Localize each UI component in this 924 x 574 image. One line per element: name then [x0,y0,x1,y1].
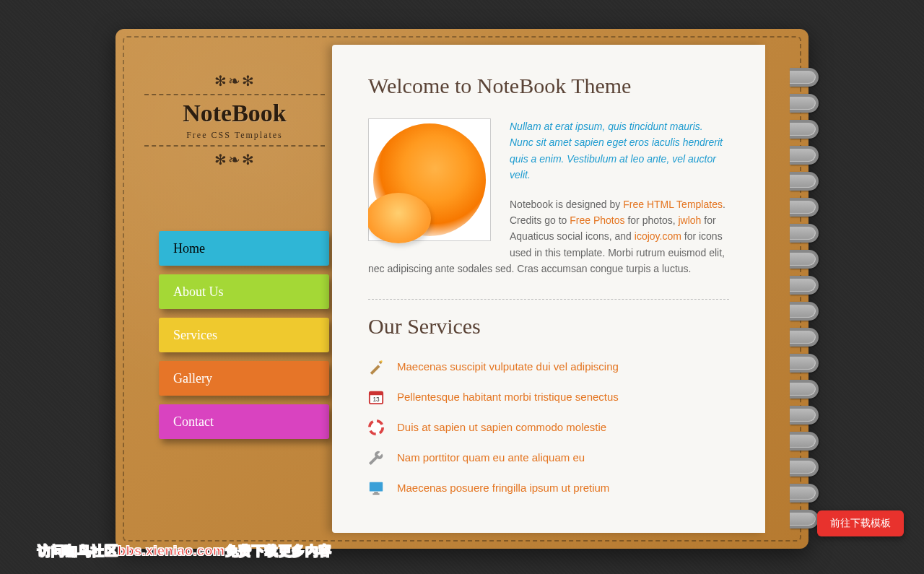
service-text: Nam porttitor quam eu ante aliquam eu [397,451,585,464]
svg-rect-6 [374,492,378,493]
link-free-html[interactable]: Free HTML Templates [623,199,723,210]
ring-icon [790,377,817,396]
ring-icon [790,65,817,84]
ring-icon [790,195,817,214]
ring-icon [790,403,817,422]
site-subtitle: Free CSS Templates [144,130,325,141]
download-button[interactable]: 前往下载模板 [817,510,904,536]
services-heading: Our Services [368,314,729,339]
ring-icon [790,221,817,240]
ring-icon [790,351,817,370]
nav-item-services[interactable]: Services [159,318,329,352]
ornament-bottom: ✻❧✻ [144,151,325,168]
nav-item-gallery[interactable]: Gallery [159,361,329,396]
intro-block: Nullam at erat ipsum, quis tincidunt mau… [368,118,729,277]
nav-menu: Home About Us Services Gallery Contact [159,231,329,448]
svg-point-0 [380,360,383,362]
svg-point-4 [370,420,383,433]
ring-icon [790,429,817,448]
ring-icon [790,325,817,344]
dashline [144,145,325,147]
service-text: Pellentesque habitant morbi tristique se… [397,391,619,403]
ring-icon [790,247,817,266]
service-text: Maecenas posuere fringilla ipsum ut pret… [397,482,609,494]
ring-icon [790,273,817,292]
nav-label: Home [173,241,205,256]
site-title: NoteBook [144,100,325,127]
calendar-icon: 13 [368,389,384,405]
ring-icon [790,455,817,474]
wrench-icon [368,450,384,466]
photo-frame [368,118,491,241]
service-item[interactable]: 13 Pellentesque habitant morbi tristique… [368,389,729,405]
text: Notebook is designed by [510,199,623,210]
service-item[interactable]: Maecenas suscipit vulputate dui vel adip… [368,359,729,375]
spiral-rings [790,65,819,526]
nav-label: Services [173,328,217,342]
logo-area: ✻❧✻ NoteBook Free CSS Templates ✻❧✻ [144,72,325,168]
link-icojoy[interactable]: icojoy.com [635,230,681,242]
link-free-photos[interactable]: Free Photos [570,214,624,226]
ring-icon [790,143,817,162]
nav-label: About Us [173,284,224,299]
nav-label: Contact [173,414,214,429]
service-text: Duis at sapien ut sapien commodo molesti… [397,421,606,433]
orange-image [373,123,486,236]
service-text: Maecenas suscipit vulputate dui vel adip… [397,360,619,373]
ring-icon [790,117,817,136]
notebook-container: ✻❧✻ NoteBook Free CSS Templates ✻❧✻ Home… [116,29,808,549]
divider [368,299,729,300]
service-item[interactable]: Maecenas posuere fringilla ipsum ut pret… [368,480,729,496]
service-item[interactable]: Nam porttitor quam eu ante aliquam eu [368,450,729,466]
monitor-icon [368,480,384,496]
services-list: Maecenas suscipit vulputate dui vel adip… [368,359,729,496]
ring-icon [790,169,817,188]
lifebuoy-icon [368,419,384,435]
ring-icon [790,91,817,110]
ring-icon [790,299,817,318]
page-content: Welcome to NoteBook Theme Nullam at erat… [332,45,765,533]
svg-rect-2 [370,391,383,395]
wand-icon [368,359,384,375]
svg-rect-5 [370,482,383,491]
ornament-top: ✻❧✻ [144,72,325,90]
nav-label: Gallery [173,371,212,386]
nav-item-contact[interactable]: Contact [159,404,329,439]
service-item[interactable]: Duis at sapien ut sapien commodo molesti… [368,419,729,435]
svg-text:13: 13 [372,396,380,402]
nav-item-home[interactable]: Home [159,231,329,266]
dashline [144,94,325,95]
text: for photos, [625,214,679,226]
link-jwloh[interactable]: jwloh [678,214,701,226]
ring-icon [790,507,817,526]
svg-rect-7 [372,493,379,495]
ring-icon [790,481,817,500]
nav-item-about[interactable]: About Us [159,274,329,309]
footer-promo-text: 访问咖鸟社区bbs.xieniao.com免费下载更多内容 [38,542,332,560]
page-heading: Welcome to NoteBook Theme [368,74,729,98]
